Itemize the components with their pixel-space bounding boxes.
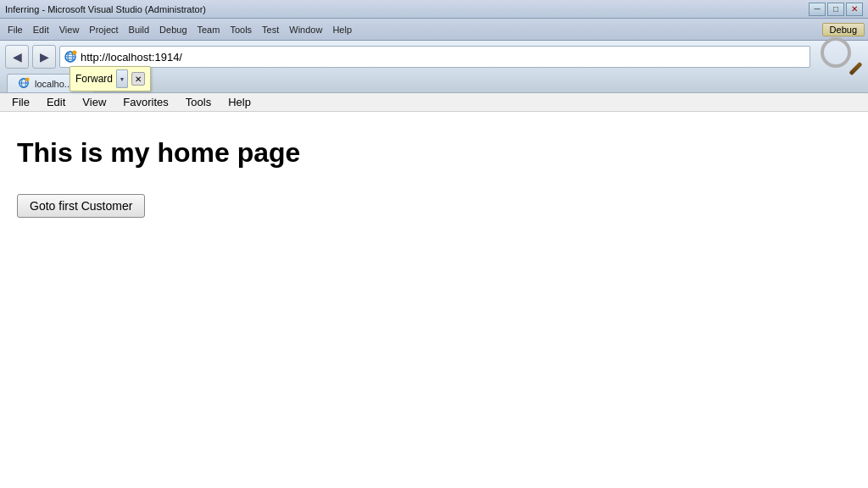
vs-view-btn[interactable]: View: [55, 21, 84, 38]
vs-build-btn[interactable]: Build: [125, 21, 153, 38]
goto-first-customer-button[interactable]: Goto first Customer: [17, 194, 145, 218]
menu-view[interactable]: View: [75, 94, 113, 110]
address-input[interactable]: [81, 51, 806, 64]
svg-point-9: [25, 77, 29, 80]
menu-file[interactable]: File: [5, 94, 36, 110]
tooltip-text: Forward: [75, 73, 113, 85]
tooltip-close-btn[interactable]: ✕: [131, 72, 145, 86]
menu-tools[interactable]: Tools: [179, 94, 218, 110]
menu-help[interactable]: Help: [221, 94, 258, 110]
vs-toolbar: File Edit View Project Build Debug Team …: [0, 19, 868, 41]
ie-tab-icon: [18, 77, 30, 91]
vs-maximize-btn[interactable]: □: [827, 3, 844, 16]
address-bar: [59, 46, 810, 68]
vs-file-btn[interactable]: File: [3, 21, 27, 38]
vs-debug-run-btn[interactable]: Debug: [822, 23, 865, 36]
magnifier-handle: [849, 62, 862, 75]
vs-team-btn[interactable]: Team: [193, 21, 225, 38]
vs-minimize-btn[interactable]: ─: [809, 3, 826, 16]
vs-title-text: Inferring - Microsoft Visual Studio (Adm…: [5, 4, 206, 14]
back-button[interactable]: ◀: [5, 45, 29, 69]
menu-edit[interactable]: Edit: [40, 94, 72, 110]
vs-close-btn[interactable]: ✕: [846, 3, 863, 16]
vs-test-btn[interactable]: Test: [258, 21, 283, 38]
vs-debug-menu-btn[interactable]: Debug: [155, 21, 191, 38]
svg-point-5: [73, 51, 77, 55]
menu-favorites[interactable]: Favorites: [116, 94, 175, 110]
vs-title-bar: Inferring - Microsoft Visual Studio (Adm…: [0, 0, 868, 19]
vs-tools-btn[interactable]: Tools: [225, 21, 256, 38]
magnifier-glass: [821, 37, 851, 68]
forward-button[interactable]: ▶: [32, 45, 56, 69]
ie-icon: [64, 50, 77, 64]
page-title: This is my home page: [17, 137, 851, 169]
tab-label: localho...: [35, 79, 72, 89]
search-magnifier-area: [817, 36, 863, 78]
page-content: This is my home page Goto first Customer: [0, 112, 868, 480]
vs-window-btn[interactable]: Window: [285, 21, 326, 38]
tooltip-dropdown-btn[interactable]: ▼: [116, 69, 128, 88]
vs-project-btn[interactable]: Project: [85, 21, 122, 38]
menu-bar: File Edit View Favorites Tools Help: [0, 93, 868, 112]
forward-tooltip: Forward ▼ ✕: [70, 66, 151, 92]
vs-edit-btn[interactable]: Edit: [29, 21, 53, 38]
vs-help-btn[interactable]: Help: [328, 21, 356, 38]
